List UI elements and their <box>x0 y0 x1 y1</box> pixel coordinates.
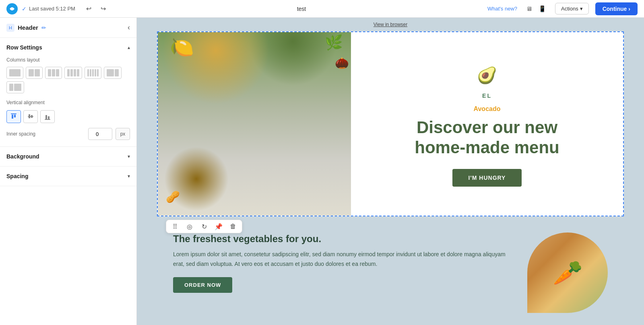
visibility-icon[interactable]: ◎ <box>186 222 194 230</box>
drag-handle-icon[interactable]: ⠿ <box>171 222 179 230</box>
nut-decoration: 🌰 <box>335 56 349 70</box>
canvas-area: View in browser 🍋 🌿 🌰 🥜 🥑 <box>137 18 644 325</box>
spacing-header[interactable]: Spacing ▾ <box>6 173 130 179</box>
history-controls: ↩ ↪ <box>83 3 109 14</box>
inner-spacing-unit: px <box>116 128 130 140</box>
project-title: test <box>116 6 487 12</box>
panel-header: H Header ✏ ‹ <box>0 18 136 38</box>
align-middle-button[interactable] <box>23 110 38 123</box>
duplicate-icon[interactable]: ↻ <box>200 222 208 230</box>
view-in-browser-bar: View in browser <box>137 18 644 31</box>
hero-heading: Discover our new home-made menu <box>415 117 559 158</box>
layout-2col-button[interactable] <box>26 67 43 79</box>
layout-3col-button[interactable] <box>45 67 62 79</box>
row-settings-header[interactable]: Row Settings ▴ <box>6 44 130 51</box>
layout-4col-button[interactable] <box>64 67 82 79</box>
lemon-decoration: 🍋 <box>170 36 194 59</box>
background-header[interactable]: Background ▾ <box>6 153 130 160</box>
columns-layout-subsection: Columns layout <box>6 57 130 93</box>
background-title: Background <box>6 153 39 160</box>
topbar-right: What's new? 🖥 📱 Actions ▾ Continue › <box>487 2 638 15</box>
layout-5col-button[interactable] <box>85 67 101 79</box>
panel-title: Header <box>18 24 38 31</box>
back-button[interactable]: ‹ <box>128 23 130 32</box>
panel-icon: H <box>6 24 14 32</box>
save-status: ✓ Last saved 5:12 PM <box>22 6 75 12</box>
topbar: ✓ Last saved 5:12 PM ↩ ↪ test What's new… <box>0 0 644 18</box>
save-status-text: Last saved 5:12 PM <box>29 6 75 12</box>
vertical-alignment-subsection: Vertical alignment <box>6 100 130 123</box>
continue-button[interactable]: Continue › <box>595 2 638 15</box>
svg-rect-8 <box>45 115 47 119</box>
inner-spacing-label: Inner spacing <box>6 131 85 137</box>
hero-content-column: 🥑 EL Avocado Discover our new home-made … <box>351 32 623 216</box>
walnut-decoration: 🥜 <box>166 190 180 204</box>
email-wrapper: 🍋 🌿 🌰 🥜 🥑 EL Avocado Discover our new ho… <box>149 31 632 325</box>
edit-icon[interactable]: ✏ <box>41 25 46 31</box>
vertical-alignment-label: Vertical alignment <box>6 100 130 105</box>
hero-background-image: 🍋 🌿 🌰 🥜 <box>158 32 351 216</box>
svg-rect-9 <box>48 116 50 119</box>
continue-arrow-icon: › <box>628 6 630 12</box>
main-layout: H Header ✏ ‹ Row Settings ▴ Columns layo… <box>0 18 644 325</box>
brand-icon: 🥑 <box>475 61 499 89</box>
layout-2col-left-button[interactable] <box>104 67 122 79</box>
device-toggle: 🖥 📱 <box>524 4 549 14</box>
columns-layout-label: Columns layout <box>6 57 130 63</box>
inner-spacing-row: Inner spacing px <box>6 128 130 140</box>
left-panel: H Header ✏ ‹ Row Settings ▴ Columns layo… <box>0 18 137 325</box>
layout-1col-button[interactable] <box>6 67 23 79</box>
brand-name: EL <box>482 93 492 99</box>
row-settings-section: Row Settings ▴ Columns layout <box>0 38 136 147</box>
vertical-alignment-options <box>6 110 130 123</box>
svg-rect-6 <box>31 115 33 118</box>
row-settings-title: Row Settings <box>6 44 42 51</box>
svg-rect-7 <box>45 119 50 120</box>
spacing-title: Spacing <box>6 173 28 179</box>
herb-decoration: 🌿 <box>325 34 343 51</box>
actions-button[interactable]: Actions ▾ <box>555 3 589 14</box>
hero-subtitle: Avocado <box>474 105 501 113</box>
inner-spacing-input[interactable] <box>88 128 112 140</box>
view-in-browser-link[interactable]: View in browser <box>374 22 407 27</box>
svg-rect-3 <box>14 115 16 117</box>
undo-button[interactable]: ↩ <box>83 3 95 14</box>
background-section: Background ▾ <box>0 147 136 167</box>
delete-icon[interactable]: 🗑 <box>229 222 237 230</box>
hero-cta-button[interactable]: I'M HUNGRY <box>452 169 522 187</box>
second-heading: The freshest vegetables for you. <box>173 232 511 245</box>
order-now-button[interactable]: ORDER NOW <box>173 277 232 293</box>
background-chevron-icon: ▾ <box>128 154 130 159</box>
redo-button[interactable]: ↪ <box>98 3 109 14</box>
second-image: 🥕 <box>527 232 608 313</box>
second-body-text: Lorem ipsum dolor sit amet, consetetur s… <box>173 250 511 269</box>
second-text-column: The freshest vegetables for you. Lorem i… <box>173 232 511 293</box>
svg-rect-2 <box>12 115 13 119</box>
align-bottom-button[interactable] <box>40 110 55 123</box>
mobile-view-button[interactable]: 📱 <box>536 4 549 14</box>
hero-section: 🍋 🌿 🌰 🥜 🥑 EL Avocado Discover our new ho… <box>157 31 624 216</box>
layout-2col-right-button[interactable] <box>6 81 24 93</box>
whats-new-link[interactable]: What's new? <box>487 6 517 12</box>
app-logo <box>6 3 18 14</box>
svg-rect-1 <box>11 113 17 114</box>
desktop-view-button[interactable]: 🖥 <box>524 4 535 14</box>
hero-image-column: 🍋 🌿 🌰 🥜 <box>158 32 351 216</box>
column-layout-options <box>6 67 130 93</box>
save-icon[interactable]: 📌 <box>215 222 223 230</box>
svg-rect-5 <box>29 114 30 118</box>
actions-chevron-icon: ▾ <box>580 6 583 12</box>
align-top-button[interactable] <box>6 110 21 123</box>
spacing-section: Spacing ▾ <box>0 167 136 186</box>
row-settings-chevron-icon: ▴ <box>128 45 130 50</box>
spacing-chevron-icon: ▾ <box>128 173 130 179</box>
check-icon: ✓ <box>22 6 27 12</box>
row-toolbar: ⠿ ◎ ↻ 📌 🗑 <box>166 220 242 233</box>
